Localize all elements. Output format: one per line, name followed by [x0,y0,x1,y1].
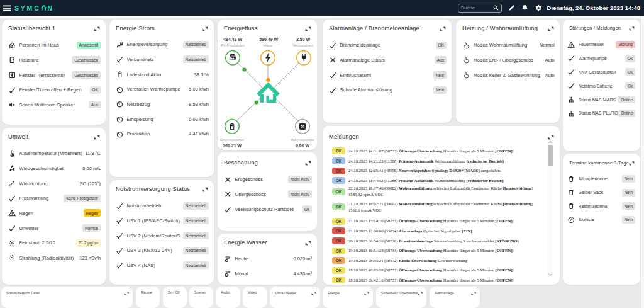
svg-text:Wärmepumpe: Wärmepumpe [291,138,314,142]
svg-text:Haus: Haus [264,43,272,47]
svg-text:-596.49 W: -596.49 W [258,37,279,42]
svg-text:Verbundnetz: Verbundnetz [292,43,314,47]
svg-text:484.43 W: 484.43 W [223,37,242,42]
svg-text:PV Produktion: PV Produktion [221,43,245,47]
svg-text:161.21 W: 161.21 W [223,144,242,148]
svg-text:Stromspeicher: Stromspeicher [220,138,245,142]
svg-text:0.00 W: 0.00 W [296,144,310,148]
svg-text:2.80 W: 2.80 W [296,37,311,42]
